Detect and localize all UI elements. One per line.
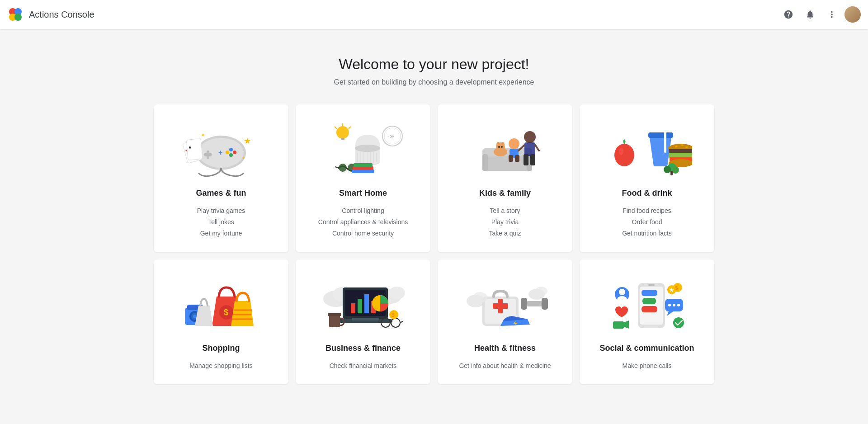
svg-rect-103: [329, 315, 340, 327]
svg-text:✦: ✦: [201, 132, 205, 138]
svg-rect-66: [648, 132, 673, 138]
app-header: Actions Console: [0, 0, 868, 29]
svg-rect-30: [341, 138, 344, 140]
feature-item: Order food: [622, 217, 672, 228]
svg-point-93: [389, 287, 405, 299]
smart-home-features: Control lighting Control appliances & te…: [318, 205, 408, 240]
card-business-finance[interactable]: $ Business & finance Check financial mar…: [296, 259, 430, 384]
welcome-title: Welcome to your new project!: [9, 56, 859, 73]
health-fitness-illustration: [460, 274, 550, 333]
main-content: Welcome to your new project! Get started…: [0, 0, 868, 424]
svg-text:$: $: [392, 312, 395, 318]
svg-point-77: [664, 166, 671, 173]
food-drink-title: Food & drink: [622, 188, 672, 198]
more-options-button[interactable]: [823, 5, 841, 24]
svg-point-136: [668, 304, 671, 306]
feature-item: Control lighting: [318, 205, 408, 217]
shopping-title: Shopping: [203, 344, 240, 353]
games-fun-title: Games & fun: [196, 188, 246, 198]
svg-point-3: [14, 14, 22, 21]
svg-rect-117: [521, 298, 527, 310]
svg-rect-96: [351, 303, 355, 313]
feature-item: Make phone calls: [623, 360, 672, 372]
svg-rect-7: [204, 153, 212, 156]
svg-rect-38: [352, 170, 374, 173]
feature-item: Find food recipes: [622, 205, 672, 217]
food-drink-illustration: [602, 119, 692, 178]
svg-rect-61: [530, 154, 535, 165]
games-fun-illustration: + ♥ ♠ ★ ✦ ✦: [176, 119, 266, 178]
feature-item: Get my fortune: [197, 228, 245, 239]
svg-point-10: [226, 151, 229, 154]
svg-text:℗: ℗: [389, 134, 394, 139]
svg-text:+: +: [218, 149, 222, 156]
social-communication-title: Social & communication: [599, 344, 694, 353]
svg-point-130: [619, 289, 625, 295]
svg-line-36: [335, 167, 339, 168]
svg-rect-118: [542, 298, 548, 310]
svg-point-120: [473, 292, 487, 303]
feature-item: Check financial markets: [330, 360, 397, 372]
kids-family-features: Tell a story Play trivia Take a quiz: [489, 205, 521, 240]
svg-rect-125: [642, 290, 657, 296]
google-logo-icon: [7, 6, 24, 23]
social-communication-illustration: ★ $: [602, 274, 692, 333]
svg-line-109: [400, 321, 403, 323]
social-communication-features: Make phone calls: [623, 360, 672, 372]
smart-home-illustration: ℗: [318, 119, 408, 178]
business-finance-title: Business & finance: [326, 344, 401, 353]
svg-rect-128: [648, 284, 655, 286]
card-smart-home[interactable]: ℗ Smart Home Control lighting Control ap…: [296, 104, 430, 252]
feature-item: Get info about health & medicine: [459, 360, 551, 372]
svg-point-53: [501, 146, 503, 148]
svg-point-106: [391, 318, 400, 327]
svg-line-63: [535, 145, 539, 151]
svg-point-138: [677, 304, 680, 306]
business-finance-illustration: $: [318, 274, 408, 333]
more-vert-icon: [827, 9, 837, 19]
svg-line-32: [335, 127, 337, 129]
header-actions: [779, 5, 861, 24]
shopping-illustration: $: [176, 274, 266, 333]
svg-rect-46: [482, 154, 488, 171]
feature-item: Control home security: [318, 228, 408, 239]
smart-home-title: Smart Home: [339, 188, 387, 198]
categories-grid: + ♥ ♠ ★ ✦ ✦ Games & fun Play trivia: [118, 104, 750, 402]
card-games-fun[interactable]: + ♥ ♠ ★ ✦ ✦ Games & fun Play trivia: [154, 104, 288, 252]
notifications-button[interactable]: [801, 5, 819, 24]
svg-point-9: [233, 151, 236, 154]
svg-point-11: [229, 153, 233, 157]
svg-text:$: $: [675, 285, 678, 291]
business-finance-features: Check financial markets: [330, 360, 397, 372]
svg-rect-39: [353, 166, 373, 170]
food-drink-features: Find food recipes Order food Get nutriti…: [622, 205, 672, 240]
help-button[interactable]: [779, 5, 797, 24]
user-avatar[interactable]: [844, 6, 861, 23]
feature-item: Take a quiz: [489, 228, 521, 239]
svg-point-122: [535, 287, 547, 296]
svg-point-137: [673, 304, 675, 306]
kids-family-illustration: [460, 119, 550, 178]
svg-rect-98: [364, 294, 369, 313]
svg-rect-40: [354, 163, 373, 167]
card-health-fitness[interactable]: Health & fitness Get info about health &…: [438, 259, 572, 384]
card-social-communication[interactable]: ★ $ Social & communication: [580, 259, 714, 384]
svg-rect-104: [328, 313, 341, 316]
svg-point-52: [498, 146, 500, 148]
svg-rect-102: [352, 318, 379, 320]
card-shopping[interactable]: $ Shopping Manage shopping lists: [154, 259, 288, 384]
games-fun-features: Play trivia games Tell jokes Get my fort…: [197, 205, 245, 240]
shopping-features: Manage shopping lists: [189, 360, 252, 372]
welcome-subtitle: Get started on building by choosing a de…: [9, 78, 859, 86]
feature-item: Manage shopping lists: [189, 360, 252, 372]
svg-point-34: [339, 164, 347, 172]
kids-family-title: Kids & family: [479, 188, 531, 198]
health-fitness-features: Get info about health & medicine: [459, 360, 551, 372]
svg-line-33: [349, 127, 351, 129]
bell-icon: [805, 9, 815, 19]
card-kids-family[interactable]: Kids & family Tell a story Play trivia T…: [438, 104, 572, 252]
svg-point-64: [614, 144, 634, 166]
card-food-drink[interactable]: Food & drink Find food recipes Order foo…: [580, 104, 714, 252]
feature-item: Get nutrition facts: [622, 228, 672, 239]
feature-item: Tell jokes: [197, 217, 245, 228]
